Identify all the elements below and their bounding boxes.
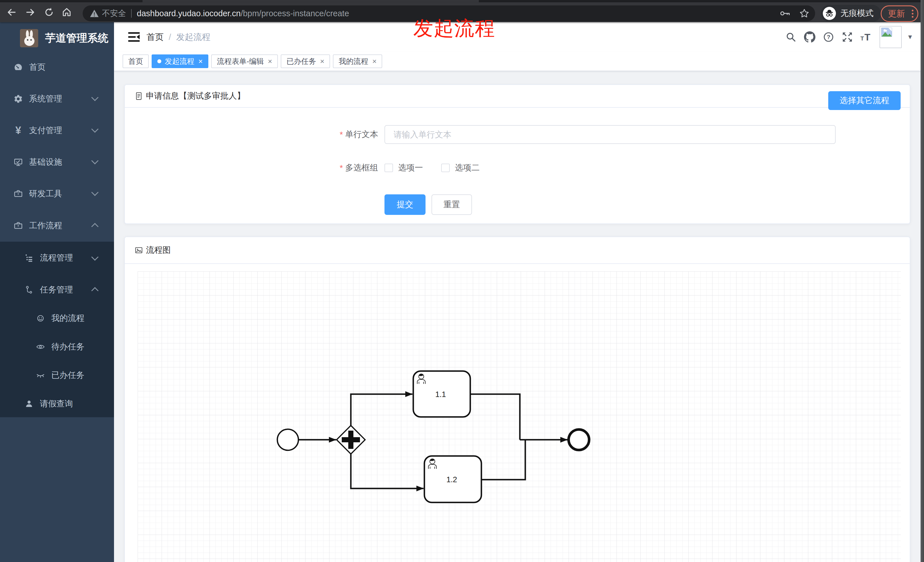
back-icon[interactable] (6, 7, 17, 17)
sidebar-item-task-mgmt[interactable]: 任务管理 (0, 276, 114, 304)
checkbox-icon[interactable] (441, 163, 450, 172)
submit-button[interactable]: 提交 (384, 194, 426, 215)
task-label: 1.1 (435, 390, 446, 399)
url-divider (131, 9, 132, 18)
tag-home[interactable]: 首页 (123, 54, 149, 68)
bookmark-star-icon[interactable] (799, 8, 809, 18)
tag-form-edit[interactable]: 流程表单-编辑 × (211, 54, 278, 68)
password-key-icon[interactable] (780, 9, 790, 18)
chevron-down-icon (91, 125, 98, 132)
card-header: 申请信息【测试多审批人】 (125, 85, 910, 108)
annotation-title: 发起流程 (413, 18, 495, 38)
sidebar-item-home[interactable]: 首页 (0, 51, 114, 83)
chevron-down-icon (91, 157, 98, 164)
app-title: 芋道管理系统 (45, 31, 108, 45)
sidebar-fold-icon[interactable] (128, 31, 140, 42)
sidebar-item-my-process[interactable]: 我的流程 (0, 304, 114, 333)
github-icon[interactable] (800, 28, 819, 46)
chevron-down-icon (91, 189, 98, 196)
parallel-gateway-node (337, 426, 365, 454)
url-text: dashboard.yudao.iocoder.cn/bpm/process-i… (137, 9, 349, 18)
briefcase-icon (13, 189, 23, 199)
close-icon[interactable]: × (320, 58, 324, 65)
sidebar-item-payment[interactable]: ¥ 支付管理 (0, 115, 114, 147)
search-icon[interactable] (782, 28, 800, 46)
card-title: 申请信息【测试多审批人】 (146, 90, 245, 102)
home-icon[interactable] (62, 7, 72, 17)
user-icon (24, 399, 34, 408)
incognito-icon (823, 7, 836, 20)
avatar[interactable] (879, 26, 902, 48)
window-scrollbar-strip[interactable] (921, 0, 924, 562)
close-icon[interactable]: × (268, 58, 272, 65)
start-event-node (278, 429, 298, 450)
sidebar-item-infra[interactable]: 基础设施 (0, 146, 114, 178)
checkbox-option-2[interactable]: 选项二 (441, 162, 480, 174)
url-path: /bpm/process-instance/create (240, 9, 349, 18)
app-header: 首页 / 发起流程 ? (114, 22, 921, 52)
single-line-text-input[interactable] (384, 125, 836, 144)
sidebar-item-devtools[interactable]: 研发工具 (0, 178, 114, 210)
card-header: 流程图 (125, 237, 910, 264)
eye-open-icon (35, 342, 46, 351)
checkbox-group: 选项一 选项二 (384, 160, 480, 176)
choose-other-process-button[interactable]: 选择其它流程 (828, 91, 901, 110)
fullscreen-icon[interactable] (838, 28, 857, 46)
font-size-icon[interactable]: T T (857, 28, 876, 46)
flow-branch-icon (24, 285, 34, 294)
gear-icon (13, 94, 23, 104)
reset-button[interactable]: 重置 (432, 194, 472, 215)
breadcrumb-separator: / (169, 32, 171, 42)
end-event-node (568, 430, 589, 450)
tag-my-process[interactable]: 我的流程 × (333, 54, 382, 68)
url-domain: dashboard.yudao.iocoder.cn (137, 9, 240, 18)
breadcrumb-current: 发起流程 (176, 31, 210, 43)
app-logo-row: 芋道管理系统 (0, 26, 114, 50)
reload-icon[interactable] (44, 7, 54, 17)
sidebar-item-todo-tasks[interactable]: 待办任务 (0, 333, 114, 361)
task-label: 1.2 (446, 475, 457, 484)
user-task-node-1-1[interactable]: 1.1 (413, 371, 470, 417)
incognito-label: 无痕模式 (840, 8, 873, 19)
chevron-down-icon[interactable]: ▼ (907, 33, 913, 41)
eye-closed-icon (35, 371, 46, 380)
process-diagram-card: 流程图 (124, 237, 910, 562)
image-icon (135, 246, 143, 255)
svg-text:T: T (864, 31, 870, 42)
breadcrumb-home[interactable]: 首页 (147, 31, 164, 43)
dashboard-icon (13, 62, 23, 72)
security-label: 不安全 (102, 8, 126, 19)
sidebar-item-process-mgmt[interactable]: 流程管理 (0, 244, 114, 272)
required-mark: * (340, 163, 343, 173)
forward-icon[interactable] (25, 7, 35, 17)
sidebar-item-workflow[interactable]: 工作流程 (0, 210, 114, 242)
bpmn-canvas: 1.1 1.2 (138, 271, 901, 562)
chevron-down-icon (91, 94, 98, 101)
browser-menu-dots-icon[interactable] (912, 10, 914, 18)
help-icon[interactable]: ? (819, 28, 838, 46)
main-content: 首页 / 发起流程 ? (114, 22, 921, 562)
update-button[interactable]: 更新 (880, 5, 918, 22)
sidebar-item-leave-query[interactable]: 请假查询 (0, 390, 114, 418)
checkbox-icon[interactable] (384, 163, 393, 172)
close-icon[interactable]: × (372, 58, 376, 65)
briefcase-icon (13, 221, 23, 231)
sidebar-item-system[interactable]: 系统管理 (0, 83, 114, 115)
browser-tab-strip (0, 0, 924, 2)
svg-text:?: ? (827, 34, 830, 40)
breadcrumb: 首页 / 发起流程 (147, 22, 210, 52)
checkbox-option-1[interactable]: 选项一 (384, 162, 423, 174)
card-title: 流程图 (146, 244, 171, 256)
user-task-node-1-2[interactable]: 1.2 (424, 456, 482, 502)
browser-active-tab-edge (142, 0, 479, 2)
svg-text:T: T (861, 35, 864, 42)
document-icon (135, 92, 143, 100)
tag-done-tasks[interactable]: 已办任务 × (281, 54, 330, 68)
chevron-down-icon (91, 253, 98, 261)
tag-create-process[interactable]: 发起流程 × (152, 54, 208, 68)
apply-info-card: 申请信息【测试多审批人】 选择其它流程 * 单行文本 * 多选框组 选项一 选项… (124, 84, 910, 224)
list-icon (24, 253, 34, 262)
close-icon[interactable]: × (198, 58, 202, 65)
chevron-up-icon (91, 287, 98, 294)
sidebar-item-done-tasks[interactable]: 已办任务 (0, 361, 114, 390)
